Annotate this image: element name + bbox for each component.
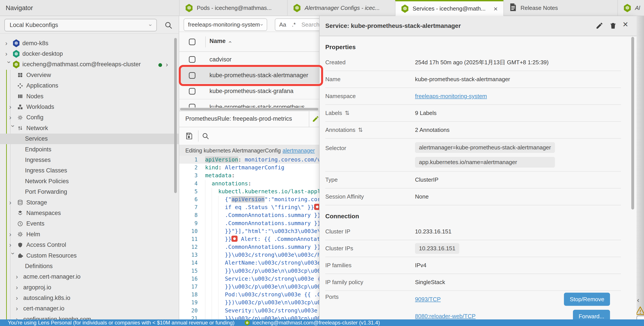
chevron-right-icon[interactable]: ›: [16, 284, 23, 291]
sidebar-item-helm[interactable]: ›Helm: [0, 229, 179, 240]
chevron-right-icon[interactable]: ›: [16, 305, 23, 312]
sidebar-item-ingress-classes[interactable]: Ingress Classes: [0, 166, 179, 176]
table-row-kube-prometheus-stack-alertmanager[interactable]: kube-prometheus-stack-alertmanager: [179, 68, 319, 83]
chevron-right-icon[interactable]: ›: [16, 294, 23, 302]
chevron-right-icon[interactable]: ›: [9, 103, 17, 110]
row-checkbox[interactable]: [189, 88, 196, 94]
chevron-right-icon[interactable]: ›: [9, 231, 17, 238]
save-icon[interactable]: [185, 132, 193, 141]
sidebar-item-cert-manager-io[interactable]: ›cert-manager.io: [0, 304, 179, 314]
delete-service-icon[interactable]: [609, 22, 617, 30]
column-header-name[interactable]: Name: [210, 38, 226, 44]
config-icon: [17, 114, 24, 121]
chevron-right-icon[interactable]: ›: [16, 316, 23, 320]
chevron-right-icon[interactable]: ›: [5, 50, 13, 58]
port-link[interactable]: 9093/TCP: [415, 296, 441, 303]
sidebar-item-demo-k8s[interactable]: ›☸demo-k8s: [0, 38, 179, 48]
detail-label: IP family policy: [325, 279, 415, 286]
match-case-icon[interactable]: Aa: [279, 21, 286, 28]
port-stop-remove-button[interactable]: Stop/Remove: [564, 293, 610, 306]
sidebar-item-endpoints[interactable]: Endpoints: [0, 144, 179, 155]
sidebar-item-applications[interactable]: Applications: [0, 80, 179, 91]
chevron-right-icon[interactable]: ›: [9, 114, 17, 121]
sidebar-item-storage[interactable]: ›Storage: [0, 197, 179, 208]
tab-alertmanager-configs-icec[interactable]: ☸Alertmanager Configs - icec...: [287, 0, 395, 16]
chevron-down-icon[interactable]: ›: [6, 61, 13, 69]
chevron-down-icon[interactable]: ›: [10, 125, 17, 132]
table-row-kube-prometheus-stack-grafana[interactable]: kube-prometheus-stack-grafana: [179, 84, 319, 100]
edit-resource-pencil-icon[interactable]: [312, 115, 319, 124]
editing-resource-link[interactable]: alertmanager: [282, 148, 315, 154]
code-text: AlertName:\u003c/strong\u003e: [205, 259, 319, 267]
line-number: 2: [179, 164, 198, 172]
close-drawer-icon[interactable]: ×: [623, 19, 628, 30]
scrollbar-thumb[interactable]: [180, 108, 318, 110]
editor-search-icon[interactable]: [202, 132, 210, 141]
sidebar-item-workloads[interactable]: ›Workloads: [0, 102, 179, 112]
chevron-right-icon[interactable]: ›: [166, 61, 168, 68]
sidebar-item-definitions[interactable]: Definitions: [0, 261, 179, 271]
sidebar-item-network-policies[interactable]: Network Policies: [0, 176, 179, 186]
sidebar-item-acme-cert-manager-io[interactable]: ›acme.cert-manager.io: [0, 272, 179, 282]
list-search-input[interactable]: Aa .* Search: [275, 18, 319, 31]
tab-release-notes[interactable]: Release Notes: [504, 0, 618, 16]
sidebar-item-access-control[interactable]: ›Access Control: [0, 240, 179, 250]
chevron-right-icon[interactable]: ›: [5, 40, 13, 47]
line-number: 14: [179, 259, 198, 267]
chevron-right-icon[interactable]: ›: [9, 199, 17, 206]
code-text: kubectl.kubernetes.io/last-appli: [205, 188, 319, 196]
drawer-scrollbar[interactable]: [631, 37, 634, 210]
row-checkbox[interactable]: [189, 56, 196, 63]
sidebar-item-services[interactable]: Services: [0, 134, 179, 144]
edit-service-icon[interactable]: [596, 22, 604, 30]
yaml-editor[interactable]: 1apiVersion: monitoring.coreos.com/v12ki…: [179, 156, 319, 320]
warning-icon[interactable]: [636, 306, 644, 316]
sidebar-item-custom-resources[interactable]: ›Custom Resources: [0, 250, 179, 261]
sidebar-item-network[interactable]: ›Network: [0, 123, 179, 134]
sidebar-item-icecheng-mathmast-com-freeleaps-cluster[interactable]: ›☸icecheng@mathmast.com@freeleaps-cluste…: [0, 59, 179, 70]
namespace-select[interactable]: freeleaps-monitoring-system ›: [184, 18, 267, 31]
close-tab-icon[interactable]: ×: [494, 5, 498, 12]
sidebar-search-icon[interactable]: [164, 21, 173, 30]
table-row-cadvisor[interactable]: cadvisor: [179, 52, 319, 68]
select-all-checkbox[interactable]: [189, 38, 196, 45]
editor-line: 6 {"apiVersion":"monitoring.core: [179, 196, 319, 203]
regex-icon[interactable]: .*: [292, 21, 296, 28]
apps-icon: [17, 82, 24, 89]
sort-toggle-icon[interactable]: ⇅: [358, 126, 363, 134]
sidebar-scrollbar[interactable]: [174, 38, 177, 193]
sidebar-item-overview[interactable]: Overview: [0, 70, 179, 80]
code-text: metadata:: [205, 172, 235, 180]
detail-value: 10.233.16.151: [415, 243, 459, 254]
sidebar-item-namespaces[interactable]: Namespaces: [0, 208, 179, 218]
chevron-right-icon[interactable]: ›: [16, 273, 23, 280]
detail-label: Session Affinity: [325, 193, 415, 200]
row-checkbox[interactable]: [189, 72, 196, 79]
sort-asc-icon[interactable]: ›: [226, 41, 233, 43]
sidebar-item-config[interactable]: ›Config: [0, 112, 179, 123]
tab-label: Alertmanager Configs - icec...: [305, 4, 380, 12]
table-row-kube-prometheus-stack-prometheus[interactable]: kube-prometheus-stack-prometheus: [179, 100, 319, 108]
tab-al[interactable]: ☸Al: [618, 0, 644, 16]
kubeconfig-source-select[interactable]: Local Kubeconfigs ›: [4, 19, 157, 31]
sidebar-item-configuration-konghq-com[interactable]: ›configuration.konghq.com: [0, 314, 179, 320]
code-text: }})\u003c/p\u003e\n\u003cp\u00: [205, 298, 319, 306]
sidebar-item-argoproj-io[interactable]: ›argoproj.io: [0, 282, 179, 293]
sidebar-item-autoscaling-k8s-io[interactable]: ›autoscaling.k8s.io: [0, 293, 179, 303]
tab-services-icecheng-math[interactable]: ☸Services - icecheng@math...×: [395, 0, 504, 16]
tab-pods-icecheng-mathmas[interactable]: ☸Pods - icecheng@mathmas...: [179, 0, 287, 16]
active-cluster-status[interactable]: ☸ icecheng@mathmast.com@freeleaps-cluste…: [244, 320, 380, 326]
sidebar-item-ingresses[interactable]: Ingresses: [0, 155, 179, 165]
chevron-down-icon[interactable]: ›: [10, 252, 17, 260]
sort-toggle-icon[interactable]: ⇅: [345, 110, 350, 116]
row-checkbox[interactable]: [189, 104, 196, 108]
chevron-right-icon[interactable]: ›: [9, 241, 17, 248]
detail-link[interactable]: freeleaps-monitoring-system: [415, 93, 487, 100]
chevron-left-icon[interactable]: ‹: [637, 296, 640, 304]
horizontal-scrollbar[interactable]: [179, 108, 319, 111]
sidebar-item-events[interactable]: Events: [0, 218, 179, 229]
sidebar-item-docker-desktop[interactable]: ›☸docker-desktop: [0, 48, 179, 59]
port-link[interactable]: 8080:reloader-web/TCP: [415, 313, 476, 320]
sidebar-item-nodes[interactable]: Nodes: [0, 91, 179, 102]
sidebar-item-port-forwarding[interactable]: Port Forwarding: [0, 186, 179, 197]
